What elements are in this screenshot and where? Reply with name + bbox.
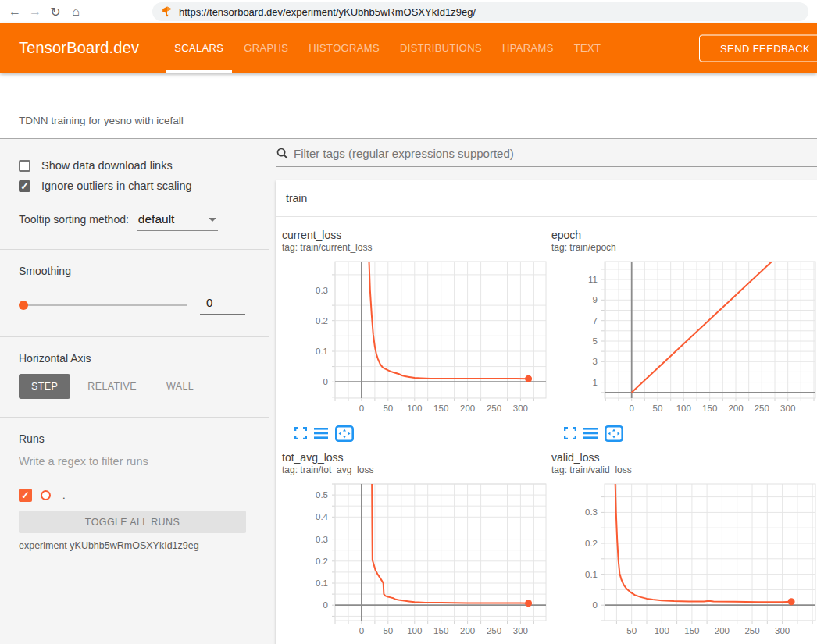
horizontal-axis-label: Horizontal Axis [19, 352, 245, 365]
svg-text:150: 150 [684, 626, 699, 635]
search-icon [276, 147, 289, 160]
tag-group-header-train[interactable]: train [276, 180, 817, 217]
filter-tags-input[interactable] [294, 147, 817, 160]
smoothing-label: Smoothing [19, 265, 245, 277]
line-chart-current-loss[interactable]: 05010015020025030000.10.20.3 [282, 257, 548, 421]
svg-text:100: 100 [655, 626, 669, 635]
ignore-outliers-checkbox[interactable]: ✓ [19, 180, 30, 192]
svg-text:0: 0 [323, 600, 328, 610]
log-scale-icon[interactable] [583, 428, 598, 439]
svg-text:250: 250 [487, 626, 501, 635]
app-logo[interactable]: TensorBoard.dev [19, 39, 139, 57]
tooltip-sorting-label: Tooltip sorting method: [19, 213, 129, 226]
main-panel: train current_loss tag: train/current_lo… [269, 139, 817, 644]
svg-text:0.3: 0.3 [585, 507, 598, 517]
runs-label: Runs [19, 432, 245, 445]
svg-text:0.3: 0.3 [316, 535, 328, 544]
svg-text:50: 50 [383, 626, 393, 635]
svg-text:11: 11 [588, 275, 598, 284]
svg-text:9: 9 [593, 295, 598, 304]
line-chart-valid-loss[interactable]: 5010015020025030000.10.20.3 [551, 479, 817, 643]
tab-graphs[interactable]: GRAPHS [234, 23, 298, 73]
toggle-all-runs-button[interactable]: TOGGLE ALL RUNS [19, 511, 246, 533]
svg-text:100: 100 [407, 626, 422, 635]
show-download-links-checkbox[interactable] [19, 160, 30, 172]
smoothing-slider[interactable] [19, 304, 187, 306]
chart-actions [551, 424, 817, 443]
fit-domain-icon[interactable] [335, 425, 354, 442]
app-header: TensorBoard.dev SCALARS GRAPHS HISTOGRAM… [0, 23, 817, 73]
svg-text:0.2: 0.2 [316, 316, 328, 326]
filter-tags-row [276, 145, 817, 167]
chart-card-valid-loss: valid_loss tag: train/valid_loss 5010015… [551, 450, 817, 644]
run-checkbox[interactable]: ✓ [19, 489, 32, 502]
settings-sidebar: Show data download links ✓ Ignore outlie… [0, 139, 269, 644]
chart-card-current-loss: current_loss tag: train/current_loss 050… [282, 228, 548, 443]
smoothing-value-input[interactable]: 0 [200, 296, 245, 315]
experiment-title: TDNN training for yesno with icefall [19, 115, 184, 126]
svg-text:7: 7 [593, 316, 598, 326]
chart-card-tot-avg-loss: tot_avg_loss tag: train/tot_avg_loss 050… [282, 450, 548, 644]
runs-filter-input[interactable] [19, 455, 245, 468]
svg-text:50: 50 [383, 404, 393, 413]
send-feedback-button[interactable]: SEND FEEDBACK [699, 34, 817, 62]
svg-text:100: 100 [407, 404, 422, 413]
chart-tag: tag: train/epoch [551, 242, 817, 254]
tab-distributions[interactable]: DISTRIBUTIONS [390, 23, 492, 73]
log-scale-icon[interactable] [314, 428, 328, 439]
axis-relative-button[interactable]: RELATIVE [75, 374, 149, 399]
line-chart-epoch[interactable]: 0501001502002503001357911 [551, 257, 817, 421]
svg-text:0: 0 [359, 404, 364, 413]
svg-text:0.1: 0.1 [316, 578, 328, 588]
svg-text:300: 300 [513, 626, 528, 635]
tensorboard-favicon-icon [162, 6, 173, 17]
svg-text:300: 300 [780, 404, 795, 413]
svg-text:150: 150 [702, 404, 717, 413]
axis-step-button[interactable]: STEP [19, 374, 70, 399]
tooltip-sorting-select[interactable]: default [137, 212, 218, 231]
tag-group-card: train current_loss tag: train/current_lo… [276, 180, 817, 644]
tab-text[interactable]: TEXT [564, 23, 612, 73]
axis-wall-button[interactable]: WALL [154, 374, 206, 399]
run-list-item: ✓ . [19, 489, 245, 502]
svg-text:0.2: 0.2 [585, 539, 598, 548]
svg-text:200: 200 [460, 626, 475, 635]
address-bar[interactable]: https://tensorboard.dev/experiment/yKUbh… [152, 2, 808, 21]
browser-home-icon[interactable]: ⌂ [66, 5, 86, 19]
tab-scalars[interactable]: SCALARS [164, 23, 234, 73]
tab-hparams[interactable]: HPARAMS [492, 23, 564, 73]
svg-text:0: 0 [629, 404, 633, 413]
expand-chart-icon[interactable] [294, 427, 307, 439]
svg-text:250: 250 [744, 626, 759, 635]
svg-text:0.4: 0.4 [316, 512, 329, 521]
chart-tag: tag: train/current_loss [282, 242, 548, 254]
svg-text:150: 150 [433, 404, 448, 413]
page: ← → ↻ ⌂ https://tensorboard.dev/experime… [0, 0, 817, 644]
run-color-icon [41, 490, 51, 500]
svg-text:5: 5 [593, 336, 598, 346]
experiment-title-bar: TDNN training for yesno with icefall [0, 73, 817, 139]
browser-back-icon[interactable]: ← [5, 5, 25, 19]
line-chart-tot-avg-loss[interactable]: 05010015020025030000.10.20.30.40.5 [282, 479, 548, 643]
fit-domain-icon[interactable] [605, 425, 623, 442]
svg-text:3: 3 [593, 357, 598, 366]
divider [0, 417, 269, 418]
svg-text:0.2: 0.2 [316, 557, 328, 566]
chart-title: valid_loss [551, 450, 817, 464]
url-text: https://tensorboard.dev/experiment/yKUbh… [179, 6, 476, 18]
content: Show data download links ✓ Ignore outlie… [0, 139, 817, 644]
chevron-down-icon [209, 218, 216, 222]
browser-forward-icon[interactable]: → [25, 5, 45, 19]
svg-text:0: 0 [323, 377, 328, 386]
smoothing-slider-thumb[interactable] [19, 301, 28, 310]
svg-text:300: 300 [513, 404, 528, 413]
svg-text:200: 200 [460, 404, 475, 413]
chart-title: tot_avg_loss [282, 450, 548, 464]
expand-chart-icon[interactable] [564, 427, 576, 439]
divider [0, 249, 269, 250]
browser-reload-icon[interactable]: ↻ [45, 5, 66, 20]
browser-toolbar: ← → ↻ ⌂ https://tensorboard.dev/experime… [0, 0, 817, 23]
svg-text:0: 0 [593, 600, 598, 610]
tab-histograms[interactable]: HISTOGRAMS [298, 23, 390, 73]
svg-text:300: 300 [775, 626, 790, 635]
